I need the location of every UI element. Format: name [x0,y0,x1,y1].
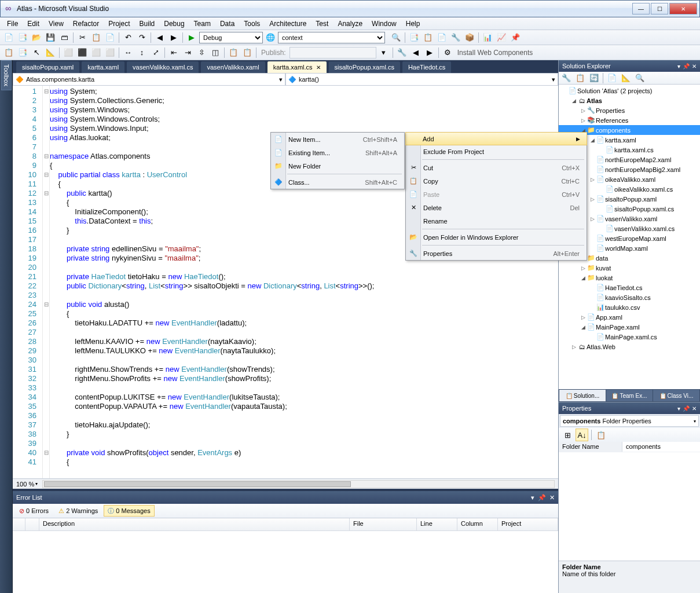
dropdown-icon[interactable]: ▾ [531,494,534,502]
menu-tools[interactable]: Tools [239,19,265,29]
menu-item[interactable]: Rename [406,214,587,228]
close-icon[interactable]: ✕ [692,405,697,412]
menu-edit[interactable]: Edit [23,19,44,29]
scroll-thumb[interactable] [44,481,351,487]
cut-icon[interactable]: ✂ [76,31,89,44]
tb-icon[interactable]: 📊 [481,31,494,44]
tree-node[interactable]: 📄kaavioSisalto.cs [559,292,700,302]
menu-item[interactable]: 📁New Folder [271,159,404,173]
nav-type-select[interactable]: 🔶Atlas.components.kartta▾ [13,73,285,86]
save-all-icon[interactable]: 🗃 [58,31,71,44]
menu-file[interactable]: File [2,19,23,29]
tb-icon[interactable]: 📋 [241,46,254,59]
col-column[interactable]: Column [457,518,498,530]
tree-node[interactable]: ▷🔧Properties [559,105,700,115]
tb-icon[interactable]: ⇥ [181,46,194,59]
pin-icon[interactable]: 📌 [683,405,690,412]
warnings-filter[interactable]: ⚠2 Warnings [54,505,102,517]
tb-icon[interactable]: 📑 [408,31,420,44]
dropdown-icon[interactable]: ▾ [677,405,680,412]
properties-selector[interactable]: components Folder Properties▾ [560,415,699,427]
new-project-icon[interactable]: 📄 [2,31,15,44]
tb-icon[interactable]: 🔧 [395,46,408,59]
tb-icon[interactable]: 📌 [509,31,522,44]
menu-help[interactable]: Help [401,19,425,29]
tree-node[interactable]: 📄MainPage.xaml.cs [559,332,700,342]
pin-icon[interactable]: 📌 [538,494,546,502]
menu-architecture[interactable]: Architecture [265,19,311,29]
menu-view[interactable]: View [44,19,68,29]
redo-icon[interactable]: ↷ [135,31,148,44]
tool-tab[interactable]: 📋Solution... [559,390,606,401]
menu-item[interactable]: 📄Existing Item...Shift+Alt+A [271,146,404,159]
properties-grid[interactable]: Folder Namecomponents [559,442,700,561]
paste-icon[interactable]: 📄 [104,31,116,44]
menu-item[interactable]: Add▶ [405,132,587,145]
pin-icon[interactable]: 📌 [683,63,690,69]
categorized-icon[interactable]: ⊞ [561,429,574,441]
tb-icon[interactable]: ⬜ [104,46,116,59]
menu-item[interactable]: ✕DeleteDel [406,201,587,214]
tb-icon[interactable]: ⬛ [76,46,89,59]
tb-icon[interactable]: ⇳ [195,46,208,59]
copy-icon[interactable]: 📋 [90,31,102,44]
tree-node[interactable]: 📄HaeTiedot.cs [559,283,700,292]
doc-tab[interactable]: kartta.xaml.cs✕ [267,61,327,73]
view-icon[interactable]: 🔍 [633,72,646,85]
tree-node[interactable]: ▷📄App.xaml [559,312,700,322]
find-icon[interactable]: 🔍 [390,31,402,44]
debug-config-select[interactable]: Debug [199,32,263,43]
menu-test[interactable]: Test [311,19,333,29]
add-submenu[interactable]: 📄New Item...Ctrl+Shift+A📄Existing Item..… [270,132,405,189]
tree-node[interactable]: ▷📚References [559,115,700,125]
menu-item[interactable]: 🔷Class...Shift+Alt+C [271,175,404,189]
tb-icon[interactable]: 📦 [463,31,476,44]
menu-analyze[interactable]: Analyze [333,19,367,29]
view-designer-icon[interactable]: 📐 [620,72,632,85]
h-scrollbar[interactable] [42,480,555,488]
tb-icon[interactable]: ⤢ [149,46,162,59]
tb-icon[interactable]: ⬜ [62,46,75,59]
menu-item[interactable]: ✂CutCtrl+X [406,161,587,174]
nav-fwd-icon[interactable]: ▶ [167,31,180,44]
tb-icon[interactable]: 📑 [16,46,29,59]
zoom-level[interactable]: 100 % [16,481,34,488]
tree-node[interactable]: ▷📁kuvat [559,263,700,273]
save-icon[interactable]: 💾 [44,31,57,44]
alphabetical-icon[interactable]: A↓ [576,429,588,441]
undo-icon[interactable]: ↶ [122,31,134,44]
doc-tab[interactable]: vasenValikko.xaml [201,61,265,73]
property-row[interactable]: Folder Namecomponents [559,442,700,452]
nav-back-icon[interactable]: ◀ [153,31,166,44]
tb-icon[interactable]: ◀ [409,46,422,59]
menu-item[interactable]: 📋CopyCtrl+C [406,174,587,188]
minimize-button[interactable]: — [632,3,650,14]
doc-tab[interactable]: vasenValikko.xaml.cs [127,61,199,73]
install-components-label[interactable]: Install Web Components [455,49,536,57]
tb-icon[interactable]: 🔧 [449,31,462,44]
tb-icon[interactable]: 📄 [435,31,448,44]
context-select[interactable]: context [278,32,385,43]
col-file[interactable]: File [350,518,417,530]
tb-icon[interactable]: ⇤ [167,46,180,59]
close-button[interactable]: ✕ [669,3,697,14]
tb-icon[interactable]: ◫ [209,46,222,59]
menu-data[interactable]: Data [215,19,239,29]
doc-tab[interactable]: HaeTiedot.cs [402,61,451,73]
tb-icon[interactable]: ↕ [135,46,148,59]
menu-build[interactable]: Build [135,19,160,29]
close-icon[interactable]: ✕ [549,494,555,502]
open-icon[interactable]: 📂 [30,31,43,44]
tb-icon[interactable]: ↖ [30,46,43,59]
toolbox-tab[interactable]: Toolbox [1,60,12,90]
tb-icon[interactable]: 📈 [495,31,508,44]
outline-gutter[interactable]: ⊟⊟⊟⊟⊟⊟ [43,86,50,478]
tb-icon[interactable]: ⬜ [90,46,102,59]
tree-node[interactable]: 📊taulukko.csv [559,302,700,312]
menu-item[interactable]: Exclude From Project [406,145,587,158]
messages-filter[interactable]: ⓘ0 Messages [104,505,154,517]
doc-tab[interactable]: kartta.xaml [82,61,124,73]
context-menu[interactable]: Add▶Exclude From Project✂CutCtrl+X📋CopyC… [405,132,587,261]
close-icon[interactable]: ✕ [692,63,697,69]
menu-team[interactable]: Team [189,19,215,29]
